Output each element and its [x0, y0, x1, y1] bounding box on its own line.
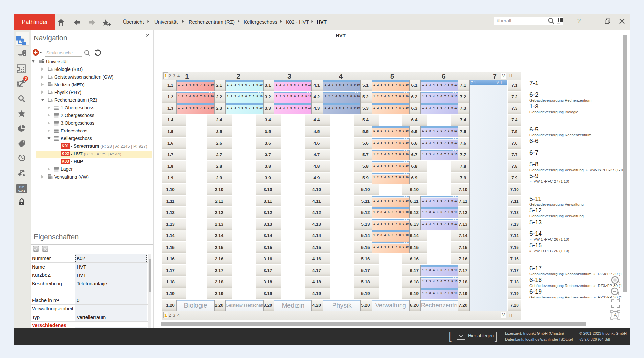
svg-text:192.: 192.	[19, 185, 25, 189]
svg-text:0.0.1: 0.0.1	[18, 189, 25, 192]
svg-text:A: A	[614, 312, 617, 318]
